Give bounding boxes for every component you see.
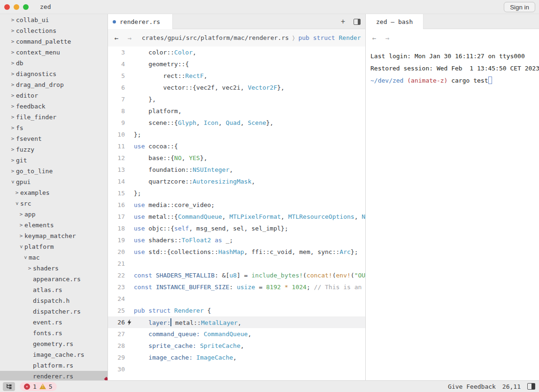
chevron-right-icon[interactable]: > (18, 211, 24, 217)
sidebar-item-drag-and-drop[interactable]: >drag_and_drop (0, 79, 108, 90)
code-line-28[interactable]: 28 sprite_cache: SpriteCache, (108, 340, 365, 352)
chevron-right-icon[interactable]: > (9, 17, 16, 23)
chevron-right-icon[interactable]: > (9, 49, 16, 55)
sidebar-item-geometry-rs[interactable]: geometry.rs (0, 338, 108, 349)
code-line-12[interactable]: 12 base::{NO, YES}, (108, 152, 365, 164)
sidebar-item-collab-ui[interactable]: >collab_ui (0, 15, 108, 25)
terminal-back-icon[interactable]: ← (368, 34, 381, 42)
sidebar-item-keymap-matcher[interactable]: >keymap_matcher (0, 231, 108, 241)
right-dock-toggle-icon[interactable] (527, 383, 535, 390)
tab-terminal[interactable]: zed — bash (366, 14, 424, 29)
chevron-down-icon[interactable]: > (10, 179, 16, 185)
project-panel-toggle-button[interactable] (3, 382, 15, 391)
terminal-forward-icon[interactable]: → (381, 34, 394, 42)
chevron-down-icon[interactable]: > (18, 244, 24, 250)
chevron-right-icon[interactable]: > (26, 265, 33, 271)
chevron-right-icon[interactable]: > (9, 136, 16, 142)
sign-in-button[interactable]: Sign in (504, 2, 535, 12)
code-editor[interactable]: 3 color::Color,4 geometry::{5 rect::Rect… (108, 46, 365, 380)
chevron-right-icon[interactable]: > (9, 125, 16, 131)
sidebar-item-editor[interactable]: >editor (0, 90, 108, 101)
nav-back-icon[interactable]: ← (110, 34, 123, 42)
code-line-27[interactable]: 27 command_queue: CommandQueue, (108, 328, 365, 340)
code-line-14[interactable]: 14 quartzcore::AutoresizingMask, (108, 176, 365, 187)
code-line-29[interactable]: 29 image_cache: ImageCache, (108, 352, 365, 363)
chevron-right-icon[interactable]: > (9, 92, 16, 99)
sidebar-item-renderer-rs[interactable]: renderer.rs (0, 371, 108, 380)
sidebar-item-git[interactable]: >git (0, 155, 108, 166)
sidebar-item-platform[interactable]: >platform (0, 241, 108, 252)
new-tab-button[interactable]: + (341, 17, 345, 26)
code-line-10[interactable]: 10}; (108, 129, 365, 140)
code-line-8[interactable]: 8 platform, (108, 105, 365, 117)
chevron-right-icon[interactable]: > (9, 60, 16, 66)
sidebar-item-command-palette[interactable]: >command_palette (0, 36, 108, 47)
sidebar-item-examples[interactable]: >examples (0, 187, 108, 198)
chevron-right-icon[interactable]: > (9, 82, 16, 88)
sidebar-item-fs[interactable]: >fs (0, 123, 108, 133)
sidebar-item-context-menu[interactable]: >context_menu (0, 47, 108, 58)
chevron-right-icon[interactable]: > (9, 168, 16, 174)
code-line-13[interactable]: 13 foundation::NSUInteger, (108, 164, 365, 176)
sidebar-item-event-rs[interactable]: event.rs (0, 317, 108, 328)
breadcrumb-symbol-keyword[interactable]: pub struct (298, 34, 339, 41)
code-line-22[interactable]: 22const SHADERS_METALLIB: &[u8] = includ… (108, 269, 365, 281)
sidebar-item-appearance-rs[interactable]: appearance.rs (0, 274, 108, 284)
give-feedback-button[interactable]: Give Feedback (448, 383, 496, 390)
code-line-7[interactable]: 7 }, (108, 93, 365, 105)
breadcrumb-symbol-name[interactable]: Render (339, 34, 361, 41)
code-line-4[interactable]: 4 geometry::{ (108, 58, 365, 70)
code-action-bolt-icon[interactable] (127, 319, 131, 325)
sidebar-item-db[interactable]: >db (0, 58, 108, 69)
split-pane-icon[interactable] (354, 19, 361, 25)
chevron-down-icon[interactable]: > (14, 200, 20, 207)
breadcrumb-path[interactable]: crates/gpui/src/platform/mac/renderer.rs (142, 34, 289, 41)
sidebar-item-app[interactable]: >app (0, 209, 108, 220)
sidebar-item-fuzzy[interactable]: >fuzzy (0, 144, 108, 155)
sidebar-item-elements[interactable]: >elements (0, 220, 108, 231)
sidebar-item-atlas-rs[interactable]: atlas.rs (0, 284, 108, 295)
chevron-right-icon[interactable]: > (18, 233, 24, 239)
sidebar-item-platform-rs[interactable]: platform.rs (0, 360, 108, 371)
sidebar-item-feedback[interactable]: >feedback (0, 101, 108, 112)
code-line-3[interactable]: 3 color::Color, (108, 46, 365, 58)
code-line-16[interactable]: 16use media::core_video; (108, 199, 365, 211)
chevron-right-icon[interactable]: > (18, 222, 24, 228)
chevron-down-icon[interactable]: > (23, 254, 29, 261)
terminal-output[interactable]: Last login: Mon Jan 30 16:11:27 on ttys0… (366, 46, 539, 87)
sidebar-item-gpui[interactable]: >gpui (0, 177, 108, 187)
code-action-indicator[interactable] (125, 319, 134, 325)
sidebar-item-diagnostics[interactable]: >diagnostics (0, 69, 108, 79)
cursor-position[interactable]: 26,11 (502, 383, 521, 390)
code-line-20[interactable]: 20use std::{collections::HashMap, ffi::c… (108, 246, 365, 258)
sidebar-item-src[interactable]: >src (0, 198, 108, 209)
sidebar-item-mac[interactable]: >mac (0, 252, 108, 263)
chevron-right-icon[interactable]: > (9, 38, 16, 45)
code-line-23[interactable]: 23const INSTANCE_BUFFER_SIZE: usize = 81… (108, 281, 365, 293)
chevron-right-icon[interactable]: > (9, 157, 16, 163)
code-line-24[interactable]: 24 (108, 293, 365, 305)
chevron-right-icon[interactable]: > (9, 103, 16, 109)
sidebar-item-dispatcher-rs[interactable]: dispatcher.rs (0, 306, 108, 317)
code-line-15[interactable]: 15}; (108, 187, 365, 199)
sidebar-item-go-to-line[interactable]: >go_to_line (0, 166, 108, 177)
code-line-5[interactable]: 5 rect::RectF, (108, 70, 365, 82)
code-line-6[interactable]: 6 vector::{vec2f, vec2i, Vector2F}, (108, 82, 365, 93)
sidebar-item-fonts-rs[interactable]: fonts.rs (0, 328, 108, 338)
sidebar-item-fsevent[interactable]: >fsevent (0, 133, 108, 144)
sidebar-item-file-finder[interactable]: >file_finder (0, 112, 108, 123)
sidebar-item-dispatch-h[interactable]: dispatch.h (0, 295, 108, 306)
sidebar-item-collections[interactable]: >collections (0, 25, 108, 36)
code-line-30[interactable]: 30 (108, 363, 365, 375)
chevron-right-icon[interactable]: > (9, 114, 16, 120)
code-line-18[interactable]: 18use objc::{self, msg_send, sel, sel_im… (108, 223, 365, 234)
sidebar-item-shaders[interactable]: >shaders (0, 263, 108, 274)
code-line-25[interactable]: 25pub struct Renderer { (108, 305, 365, 316)
diagnostics-summary-button[interactable]: ✕ 1 5 (20, 382, 57, 391)
chevron-right-icon[interactable]: > (9, 71, 16, 77)
nav-forward-icon[interactable]: → (123, 34, 136, 42)
code-line-9[interactable]: 9 scene::{Glyph, Icon, Quad, Scene}, (108, 117, 365, 129)
code-line-19[interactable]: 19use shaders::ToFloat2 as _; (108, 234, 365, 246)
chevron-right-icon[interactable]: > (14, 190, 20, 196)
code-line-11[interactable]: 11use cocoa::{ (108, 140, 365, 152)
